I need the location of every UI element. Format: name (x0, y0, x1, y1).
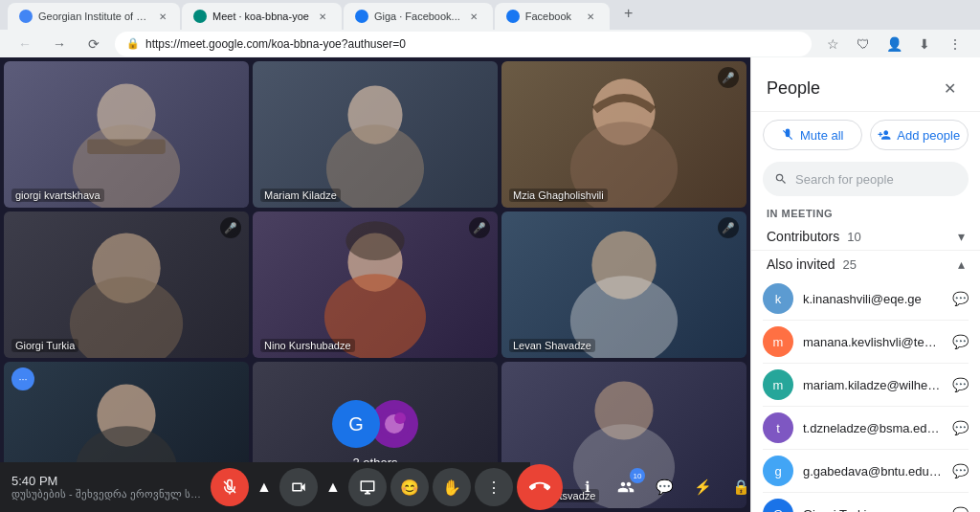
video-tile-mzia: 🎤 Mzia Ghagholishvili (501, 61, 746, 208)
invited-count: 25 (843, 257, 857, 272)
people-panel: People ✕ Mute all Add people S (750, 57, 980, 512)
person-name-p3: mariam.kiladze@wilhelmsen.com (803, 378, 943, 392)
camera-button[interactable] (279, 468, 318, 506)
back-button[interactable]: ← (11, 31, 38, 57)
person-name-p5: g.gabedava@bntu.edu.ge (803, 464, 943, 479)
chat-icon-p5[interactable]: 💬 (952, 463, 969, 479)
activities-button[interactable]: ⚡ (685, 470, 720, 504)
tab-title-giga: Giga · Facebook... (374, 11, 460, 22)
others-avatar-g: G (332, 400, 380, 448)
hand-button[interactable]: ✋ (433, 468, 471, 506)
mic-chevron[interactable]: ▲ (253, 476, 276, 499)
tabs-bar: Georgian Institute of Public Aft... ✕ Me… (0, 0, 980, 30)
mic-off-badge-5: 🎤 (469, 217, 490, 238)
more-button[interactable]: ⋮ (475, 468, 513, 506)
video-tile-giorgi-t: 🎤 Giorgi Turkia (4, 211, 249, 358)
people-badge: 10 (630, 468, 645, 483)
chat-icon-p1[interactable]: 💬 (952, 291, 969, 306)
person-figure-1 (4, 61, 249, 208)
panel-close-button[interactable]: ✕ (934, 73, 965, 103)
time-info: 5:40 PM დუსუბების - შეხვედრა ეროვნულ სამ… (11, 474, 203, 501)
profile-icon[interactable]: 👤 (880, 31, 907, 57)
tab-georgian[interactable]: Georgian Institute of Public Aft... ✕ (8, 3, 180, 30)
svg-point-18 (394, 412, 406, 424)
chat-button[interactable]: 💬 (647, 470, 681, 504)
mute-all-button[interactable]: Mute all (763, 120, 862, 150)
person-name-p4: t.dzneladze@bsma.edu.ge (803, 421, 943, 435)
tab-favicon-fb (506, 10, 520, 23)
tile-label-2: Mariam Kiladze (260, 189, 341, 202)
tab-facebook[interactable]: Facebook ✕ (495, 3, 610, 30)
bottom-bar: 5:40 PM დუსუბების - შეხვედრა ეროვნულ სამ… (0, 462, 530, 512)
tab-giga[interactable]: Giga · Facebook... ✕ (344, 3, 493, 30)
tab-close-fb[interactable]: ✕ (583, 9, 598, 24)
avatar-p2: m (763, 326, 793, 357)
panel-title: People (767, 78, 820, 99)
person-figure-2 (253, 61, 498, 208)
contributors-count: 10 (847, 230, 860, 244)
tile-label-4: Giorgi Turkia (11, 339, 78, 352)
panel-actions: Mute all Add people (751, 112, 980, 158)
list-item: t t.dzneladze@bsma.edu.ge 💬 (751, 407, 980, 449)
chat-icon-p3[interactable]: 💬 (952, 377, 969, 392)
svg-point-4 (326, 124, 424, 208)
people-button[interactable]: 10 (609, 470, 643, 504)
invited-row[interactable]: Also invited 25 ▴ (751, 250, 980, 278)
cam-chevron[interactable]: ▲ (322, 476, 345, 499)
nav-icons: ☆ 🛡 👤 ⬇ ⋮ (819, 31, 969, 57)
svg-point-8 (70, 277, 183, 358)
list-item: m manana.kevlishvli@tesau.e... 💬 (751, 321, 980, 363)
video-tile-levan: 🎤 Levan Shavadze (501, 211, 746, 358)
toolbar-controls: ▲ ▲ 😊 ✋ ⋮ (211, 464, 563, 510)
forward-button[interactable]: → (46, 31, 73, 57)
avatar-p3: m (763, 369, 793, 400)
person-figure-4 (4, 211, 249, 358)
invited-label: Also invited (767, 256, 835, 272)
new-tab-button[interactable]: + (615, 0, 642, 27)
bookmark-icon[interactable]: ☆ (819, 31, 846, 57)
video-grid: giorgi kvartskhava Mariam Kiladze 🎤 (0, 57, 750, 512)
add-people-label: Add people (897, 128, 960, 143)
tile-label-6: Levan Shavadze (509, 339, 595, 352)
tab-close-georgian[interactable]: ✕ (157, 9, 168, 24)
mute-all-label: Mute all (800, 128, 844, 143)
add-people-button[interactable]: Add people (870, 120, 969, 150)
tab-favicon-giga (355, 10, 368, 23)
video-tile-nino: 🎤 Nino Kurshubadze (253, 211, 498, 358)
download-icon[interactable]: ⬇ (911, 31, 938, 57)
panel-header: People ✕ (751, 57, 980, 112)
tab-close-meet[interactable]: ✕ (315, 9, 330, 24)
info-button[interactable]: ℹ (570, 470, 605, 504)
chat-icon-p6[interactable]: 💬 (952, 506, 969, 512)
invited-left: Also invited 25 (767, 256, 857, 272)
tab-close-giga[interactable]: ✕ (466, 9, 481, 24)
person-name-p6: Giorgi Turkia (803, 507, 943, 513)
right-controls: ℹ 10 💬 ⚡ 🔒 (570, 470, 758, 504)
contributors-row[interactable]: Contributors 10 ▾ (751, 223, 980, 250)
chat-icon-p4[interactable]: 💬 (952, 420, 969, 435)
tile-label-5: Nino Kurshubadze (260, 339, 355, 352)
lock-icon: 🔒 (126, 37, 140, 50)
present-button[interactable] (348, 468, 387, 506)
emoji-button[interactable]: 😊 (390, 468, 429, 506)
shield-icon[interactable]: 🛡 (850, 31, 877, 57)
lock-button[interactable]: 🔒 (724, 470, 758, 504)
list-item: G Giorgi Turkia 💬 (751, 493, 980, 512)
avatar-p6: G (763, 499, 793, 512)
mute-button[interactable] (211, 468, 249, 506)
search-box[interactable]: Search for people (763, 162, 969, 196)
tab-favicon-meet (193, 10, 207, 23)
address-bar[interactable]: 🔒 https://meet.google.com/koa-bbna-yoe?a… (115, 32, 812, 56)
svg-point-11 (345, 221, 404, 260)
more-options-icon[interactable]: ⋮ (942, 31, 969, 57)
chat-icon-p2[interactable]: 💬 (952, 334, 969, 349)
end-call-button[interactable] (517, 464, 563, 510)
refresh-button[interactable]: ⟳ (80, 31, 107, 57)
tile-label-1: giorgi kvartskhava (11, 189, 104, 202)
mic-off-badge-3: 🎤 (718, 67, 739, 88)
list-item: k k.inanashvili@eqe.ge 💬 (751, 278, 980, 320)
tab-meet[interactable]: Meet · koa-bbna-yoe ✕ (182, 3, 342, 30)
person-figure-3 (501, 61, 746, 208)
contributors-label: Contributors (767, 229, 839, 244)
person-name-p1: k.inanashvili@eqe.ge (803, 292, 943, 306)
